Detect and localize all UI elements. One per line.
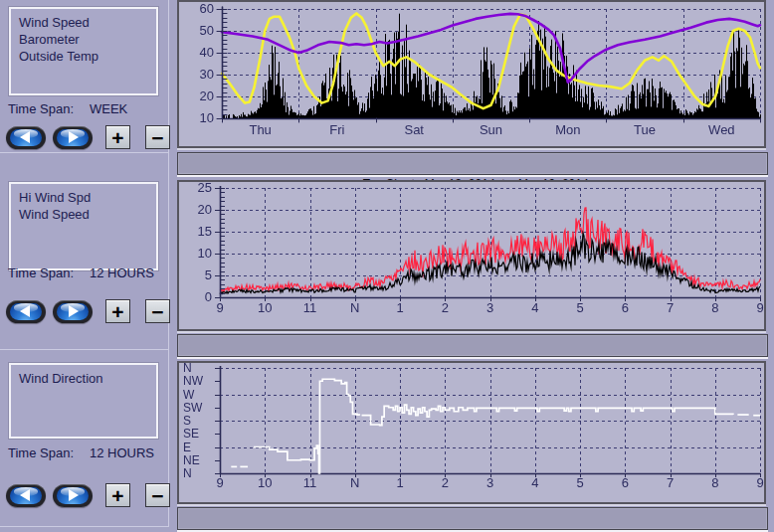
- sidebar-section-bottom: Wind Direction Time Span:12 HOURS + −: [0, 350, 169, 527]
- legend-item: Hi Wind Spd: [19, 189, 148, 206]
- legend-item: Wind Speed: [19, 14, 148, 31]
- zoom-in-button[interactable]: +: [105, 299, 130, 323]
- legend-box: Wind Direction: [9, 363, 158, 439]
- button-face: [10, 303, 42, 320]
- right-arrow-icon: [69, 131, 79, 143]
- bottom-chart-panel: [177, 361, 766, 504]
- legend-item: Wind Direction: [19, 370, 148, 387]
- time-span-label: Time Span:: [8, 445, 74, 460]
- nav-button-row: + −: [6, 483, 170, 507]
- time-span-value: WEEK: [90, 101, 127, 116]
- plus-icon: +: [111, 127, 123, 148]
- time-span-label: Time Span:: [8, 266, 74, 280]
- legend-box: Hi Wind Spd Wind Speed: [9, 182, 158, 270]
- time-span-row: Time Span:12 HOURS: [8, 266, 154, 280]
- top-chart-caption: Top Chart: Mar 13, 2014 to Mar 19, 2014: [177, 152, 768, 175]
- left-arrow-icon: [20, 131, 30, 143]
- weather-app-window: { "sidebar": { "sections": [ { "legend":…: [0, 0, 774, 532]
- legend-item: Outside Temp: [19, 48, 148, 65]
- button-face: [57, 303, 89, 320]
- time-span-row: Time Span:12 HOURS: [8, 445, 154, 460]
- bottom-chart-caption: Bottom Chart: Mar 19, 2014 - 9:00 AM to …: [177, 507, 768, 530]
- left-arrow-icon: [20, 489, 30, 501]
- button-face: [10, 487, 42, 504]
- plus-icon: +: [111, 301, 123, 322]
- time-span-row: Time Span:WEEK: [8, 101, 127, 116]
- left-arrow-icon: [20, 305, 30, 317]
- bottom-chart-canvas: [179, 363, 764, 502]
- minus-icon: −: [151, 127, 163, 148]
- minus-icon: −: [151, 485, 163, 506]
- zoom-out-button[interactable]: −: [145, 483, 170, 507]
- next-button[interactable]: [53, 300, 93, 323]
- next-button[interactable]: [53, 126, 93, 149]
- button-face: [10, 129, 42, 146]
- top-chart-panel: [177, 0, 766, 148]
- zoom-in-button[interactable]: +: [105, 125, 130, 149]
- prev-button[interactable]: [6, 300, 46, 323]
- prev-button[interactable]: [6, 126, 46, 149]
- zoom-in-button[interactable]: +: [105, 483, 130, 507]
- zoom-out-button[interactable]: −: [145, 125, 170, 149]
- right-arrow-icon: [69, 305, 79, 317]
- nav-button-row: + −: [6, 299, 170, 323]
- top-chart-canvas: [179, 2, 764, 146]
- middle-chart-canvas: [179, 182, 764, 329]
- time-span-value: 12 HOURS: [90, 266, 154, 280]
- right-arrow-icon: [69, 489, 79, 501]
- time-span-value: 12 HOURS: [90, 445, 154, 460]
- button-face: [57, 129, 89, 146]
- next-button[interactable]: [53, 484, 93, 507]
- plus-icon: +: [111, 485, 123, 506]
- nav-button-row: + −: [6, 125, 170, 149]
- time-span-label: Time Span:: [8, 101, 74, 116]
- button-face: [57, 487, 89, 504]
- prev-button[interactable]: [6, 484, 46, 507]
- legend-box: Wind Speed Barometer Outside Temp: [9, 7, 158, 95]
- legend-item: Wind Speed: [19, 206, 148, 223]
- sidebar-section-top: Wind Speed Barometer Outside Temp Time S…: [0, 0, 169, 153]
- middle-chart-caption: Middle Chart: Mar 19, 2014 - 9:00 AM to …: [177, 334, 768, 357]
- middle-chart-panel: [177, 180, 766, 331]
- minus-icon: −: [151, 301, 163, 322]
- legend-item: Barometer: [19, 31, 148, 48]
- sidebar-section-middle: Hi Wind Spd Wind Speed Time Span:12 HOUR…: [0, 153, 169, 350]
- zoom-out-button[interactable]: −: [145, 299, 170, 323]
